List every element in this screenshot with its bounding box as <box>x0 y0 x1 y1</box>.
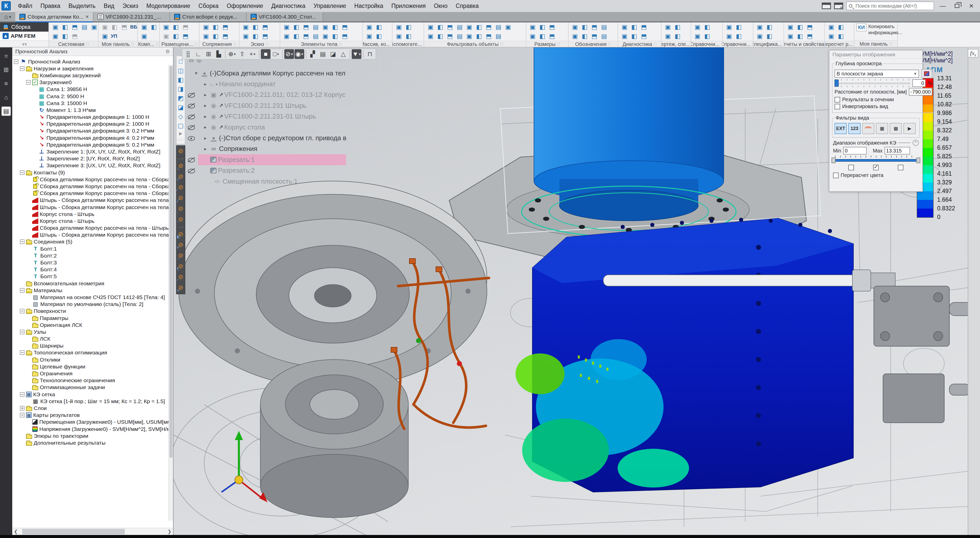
filter-notes-icon[interactable] <box>475 32 484 40</box>
hide-threads-icon[interactable]: ⊘≡ <box>177 242 185 249</box>
rebuild-all-icon[interactable] <box>837 23 845 31</box>
home-button[interactable]: ⌂▾ <box>0 12 15 21</box>
tree-item[interactable]: Сборка деталями Корпус рассечен на тела … <box>12 225 173 232</box>
ref-library-icon[interactable] <box>693 32 702 40</box>
panel-switch-structure[interactable]: ⌗ <box>2 51 11 61</box>
visibility-off-icon[interactable] <box>188 168 195 173</box>
plane-select[interactable]: В плоскости экрана ▼ <box>835 70 919 78</box>
model-tree-item[interactable]: ▸↗VFC1600-2.211.231-01 Штырь <box>187 111 346 122</box>
tree-item[interactable]: Предварительная деформация 3: 0.2 Н*мм <box>12 127 173 134</box>
insert-component-new-icon[interactable] <box>150 23 158 31</box>
gear-icon[interactable]: ⚙ <box>165 48 170 55</box>
zoom-area-button[interactable]: ⊕▾ <box>227 49 237 59</box>
aux-lcs-icon[interactable] <box>395 32 403 40</box>
tree-item[interactable]: −Топологическая оптимизация <box>12 349 173 356</box>
ref2-parts-icon[interactable] <box>735 23 743 31</box>
tree-item[interactable]: Материал по умолчанию (сталь) [Тела: 2] <box>12 301 173 308</box>
command-search[interactable] <box>846 2 934 10</box>
tree-item[interactable]: Целевые функции <box>12 363 173 370</box>
document-tab[interactable]: Сборка деталями Ко...× <box>15 12 94 21</box>
tree-item[interactable]: Эпюры по траектории <box>12 432 173 439</box>
hide-objects-button[interactable]: ⊘▾ <box>284 49 294 59</box>
tree-item[interactable]: ЛСК <box>12 336 173 343</box>
window-settings-icon[interactable] <box>834 3 843 9</box>
mass-props-icon[interactable] <box>640 23 648 31</box>
view-hidden-thin-icon[interactable]: ◫ <box>177 67 185 75</box>
view-hidden-removed-icon[interactable]: ◧ <box>177 76 185 84</box>
spec-edit-icon[interactable] <box>765 23 774 31</box>
menu-item[interactable]: Справка <box>452 3 483 9</box>
model-tree-item[interactable]: Разрезать:1 <box>187 154 346 165</box>
mesh-deformed-filter-button[interactable]: ▦ <box>876 123 888 134</box>
thread-icon[interactable] <box>340 32 349 40</box>
tree-item[interactable]: КЭ сетка [1-й пор.; Шаг = 15 мм; Кс = 1.… <box>12 398 173 405</box>
menu-item[interactable]: Диагностика <box>267 3 309 9</box>
tree-item[interactable]: Болт:1 <box>12 245 173 252</box>
range-checkbox-2[interactable] <box>873 165 879 170</box>
collapse-icon[interactable]: ^ <box>913 140 919 146</box>
tree-item[interactable]: Отклики <box>12 356 173 363</box>
tree-item[interactable]: Болт:2 <box>12 252 173 259</box>
tree-item[interactable]: Вспомогательная геометрия <box>12 280 173 287</box>
model-tree-item[interactable]: ▸Начало координат <box>187 79 346 89</box>
model-tree-item[interactable]: ▸↗Корпус стола <box>187 122 346 133</box>
expander-icon[interactable]: − <box>20 170 24 175</box>
lifting-tools-button[interactable]: ⊓ <box>365 49 375 59</box>
expand-arrow-icon[interactable]: ▸ <box>204 146 210 152</box>
shaded-view-button[interactable]: ■ <box>261 49 270 59</box>
note-icon[interactable] <box>571 23 579 31</box>
translate-icon[interactable] <box>172 32 180 40</box>
filter-points-icon[interactable] <box>504 23 512 31</box>
expander-icon[interactable]: − <box>20 240 24 244</box>
ref-help-icon[interactable] <box>703 32 711 40</box>
tree-item[interactable]: −Прочностной Анализ <box>12 58 173 65</box>
visibility-off-icon[interactable] <box>188 124 195 130</box>
rebuild-icon[interactable] <box>827 23 835 31</box>
add-point-icon[interactable] <box>140 32 148 40</box>
move-ghost-icon[interactable] <box>162 32 170 40</box>
view-perspective-icon[interactable]: ◇ <box>177 113 185 121</box>
filter-dimensions-icon[interactable] <box>465 32 474 40</box>
distance-field[interactable] <box>909 88 932 95</box>
tree-item[interactable]: Болт:3 <box>12 259 173 266</box>
vb-badge-icon[interactable]: ВБ <box>130 23 138 31</box>
hide-planes-icon[interactable]: ⊘◇ <box>177 173 185 181</box>
hide-origins-icon[interactable]: ⊘∟ <box>177 163 185 170</box>
fe-range-slider[interactable] <box>833 156 919 164</box>
hide-mates-icon[interactable]: ⊘∞ <box>177 284 185 292</box>
dim-linear-icon[interactable] <box>538 23 547 31</box>
filter-all-icon[interactable] <box>426 23 435 31</box>
panel-switch-hierarchy[interactable]: ⌂ <box>2 93 11 102</box>
spline-icon[interactable] <box>251 23 260 31</box>
view-halftone-icon[interactable]: ◪ <box>177 103 185 111</box>
layers-blue-icon[interactable] <box>100 32 109 40</box>
tree-item[interactable]: −КЭ сетка <box>12 391 173 398</box>
expander-icon[interactable]: − <box>20 350 24 355</box>
strip-expand-icon[interactable]: ▶ <box>179 131 182 136</box>
ref-materials-icon[interactable] <box>693 23 702 31</box>
depth-value-field[interactable] <box>912 79 926 87</box>
strip-handle-icon[interactable]: ∷∷ <box>178 138 184 142</box>
window-layout-icon[interactable] <box>822 3 831 9</box>
orient-axes-button[interactable]: +▾ <box>248 49 257 59</box>
filter-components-icon[interactable] <box>436 32 445 40</box>
marker-icon[interactable] <box>580 32 589 40</box>
invert-view-checkbox[interactable] <box>835 104 840 110</box>
expander-icon[interactable]: − <box>20 309 24 313</box>
loft-icon[interactable] <box>311 23 320 31</box>
app-button-apm-fem[interactable]: APM FEM <box>0 32 48 41</box>
filter-axes-icon[interactable] <box>494 23 503 31</box>
max-field[interactable] <box>885 147 910 154</box>
export-icon[interactable] <box>786 32 795 40</box>
expander-icon[interactable]: − <box>20 392 24 397</box>
dim-arc-icon[interactable] <box>548 32 556 40</box>
tree-item[interactable]: Ориентация ЛСК <box>12 322 173 329</box>
dim-auto-icon[interactable] <box>528 23 537 31</box>
model-tree-item[interactable]: ▸(-)Стол сборе с редуктором гл. привода … <box>187 133 346 143</box>
revolve-icon[interactable] <box>292 23 301 31</box>
array-linear-icon[interactable] <box>365 23 374 31</box>
model-tree-item[interactable]: ▸↗VFC1600-2.211.231 Штырь <box>187 100 346 111</box>
filter-surfaces-icon[interactable] <box>484 32 493 40</box>
pattern-icon[interactable] <box>331 32 339 40</box>
sketch-icon[interactable] <box>242 23 250 31</box>
